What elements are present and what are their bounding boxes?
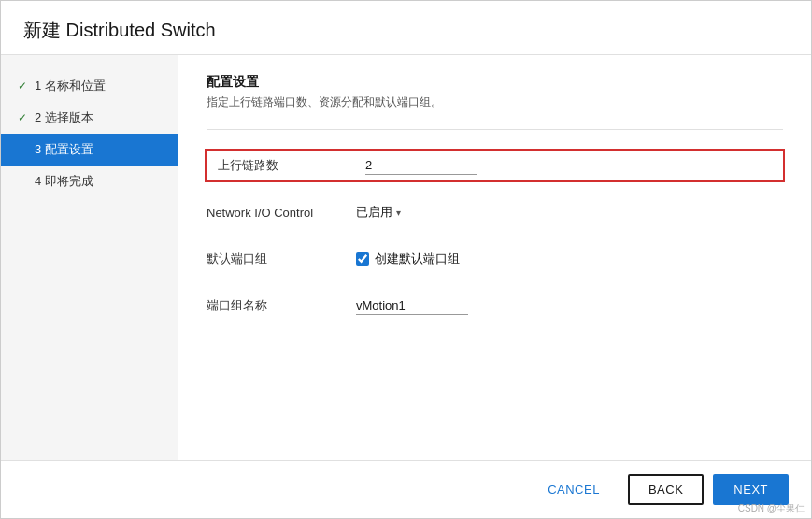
sidebar-item-step4[interactable]: 4 即将完成 xyxy=(1,166,178,197)
dialog-title: 新建 Distributed Switch xyxy=(1,1,811,55)
network-io-dropdown[interactable]: 已启用 ▾ xyxy=(356,204,401,221)
default-portgroup-checkbox-text: 创建默认端口组 xyxy=(375,251,460,267)
uplink-label: 上行链路数 xyxy=(218,157,365,174)
main-content: 配置设置 指定上行链路端口数、资源分配和默认端口组。 上行链路数 Network… xyxy=(178,55,811,460)
default-portgroup-checkbox-label[interactable]: 创建默认端口组 xyxy=(356,251,460,267)
sidebar-item-step1[interactable]: ✓ 1 名称和位置 xyxy=(1,70,178,102)
section-description: 指定上行链路端口数、资源分配和默认端口组。 xyxy=(207,94,783,110)
uplink-input[interactable] xyxy=(365,156,477,175)
dialog: 新建 Distributed Switch ✓ 1 名称和位置 ✓ 2 选择版本… xyxy=(0,0,812,519)
portgroup-name-label: 端口组名称 xyxy=(207,297,356,314)
next-button[interactable]: NEXT xyxy=(713,474,789,505)
network-io-row: Network I/O Control 已启用 ▾ xyxy=(207,197,783,227)
uplink-row: 上行链路数 xyxy=(205,149,785,182)
divider xyxy=(207,129,783,130)
dialog-footer: CANCEL BACK NEXT xyxy=(1,460,811,518)
network-io-label: Network I/O Control xyxy=(207,206,356,220)
chevron-down-icon: ▾ xyxy=(396,208,401,218)
sidebar-item-label-3: 3 配置设置 xyxy=(35,141,93,158)
sidebar: ✓ 1 名称和位置 ✓ 2 选择版本 3 配置设置 4 即将完成 xyxy=(1,55,178,460)
sidebar-item-step3[interactable]: 3 配置设置 xyxy=(1,134,178,166)
dialog-body: ✓ 1 名称和位置 ✓ 2 选择版本 3 配置设置 4 即将完成 配置设置 指定… xyxy=(1,55,811,460)
section-title: 配置设置 xyxy=(207,74,783,91)
back-button[interactable]: BACK xyxy=(628,474,704,505)
watermark: CSDN @尘果仁 xyxy=(738,502,805,515)
portgroup-name-input[interactable] xyxy=(356,296,468,315)
sidebar-item-label-1: 1 名称和位置 xyxy=(35,78,106,94)
sidebar-item-step2[interactable]: ✓ 2 选择版本 xyxy=(1,102,178,134)
default-portgroup-checkbox[interactable] xyxy=(356,252,369,266)
cancel-button[interactable]: CANCEL xyxy=(529,476,619,503)
checkmark-icon-1: ✓ xyxy=(16,79,29,93)
default-portgroup-label: 默认端口组 xyxy=(207,251,356,267)
network-io-value: 已启用 xyxy=(356,204,392,221)
default-portgroup-row: 默认端口组 创建默认端口组 xyxy=(207,244,783,274)
checkmark-icon-2: ✓ xyxy=(16,111,29,124)
portgroup-name-row: 端口组名称 xyxy=(207,291,783,321)
sidebar-item-label-4: 4 即将完成 xyxy=(35,173,93,190)
sidebar-item-label-2: 2 选择版本 xyxy=(35,109,93,126)
